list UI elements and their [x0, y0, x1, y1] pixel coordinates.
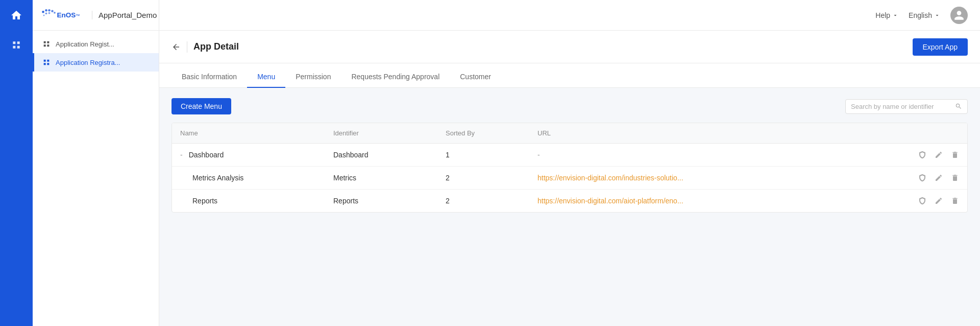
- col-sorted-by: Sorted By: [446, 129, 537, 137]
- shield-icon-3[interactable]: [918, 197, 926, 205]
- cell-name-2: Metrics Analysis: [180, 174, 333, 182]
- cell-sorted-by-1: 1: [446, 151, 537, 159]
- edit-icon-1[interactable]: [935, 151, 943, 159]
- table-header: Name Identifier Sorted By URL: [172, 123, 967, 144]
- cell-name-3: Reports: [180, 197, 333, 205]
- svg-point-4: [54, 11, 56, 13]
- action-buttons-1: [898, 151, 959, 159]
- row-prefix-1: -: [180, 151, 183, 159]
- action-buttons-3: [898, 197, 959, 205]
- help-menu[interactable]: Help: [875, 11, 898, 19]
- back-arrow-icon: [172, 42, 181, 52]
- delete-icon-3[interactable]: [951, 197, 959, 205]
- shield-icon-2[interactable]: [918, 174, 926, 182]
- apps-icon-2: [42, 58, 51, 66]
- search-input[interactable]: [851, 103, 952, 110]
- left-sidebar: EnOS ™ AppPortal_Demo Application Regist…: [33, 0, 159, 326]
- svg-point-6: [48, 12, 51, 14]
- search-box[interactable]: [845, 99, 968, 114]
- cell-identifier-2: Metrics: [333, 174, 446, 182]
- top-bar: Help English: [159, 0, 980, 31]
- cell-actions-1: [898, 151, 959, 159]
- help-chevron-icon: [892, 12, 898, 18]
- svg-point-0: [42, 11, 44, 13]
- avatar[interactable]: [950, 7, 968, 24]
- svg-point-5: [45, 12, 47, 14]
- tab-permission[interactable]: Permission: [285, 66, 341, 88]
- cell-url-1: -: [537, 151, 898, 159]
- cell-url-2: https://envision-digital.com/industries-…: [537, 174, 898, 182]
- cell-identifier-1: Dashboard: [333, 151, 446, 159]
- tab-menu[interactable]: Menu: [247, 66, 285, 88]
- cell-sorted-by-3: 2: [446, 197, 537, 205]
- tab-basic-information[interactable]: Basic Information: [172, 66, 247, 88]
- table-row: - Dashboard Dashboard 1 -: [172, 144, 967, 167]
- home-icon[interactable]: [0, 0, 33, 31]
- sidebar-item-app-registry-1[interactable]: Application Regist...: [33, 35, 159, 53]
- tab-customer[interactable]: Customer: [450, 66, 501, 88]
- sidebar-header: EnOS ™ AppPortal_Demo: [33, 0, 159, 31]
- col-actions: [898, 129, 959, 137]
- toolbar-row: Create Menu: [172, 98, 968, 114]
- svg-point-2: [48, 9, 51, 12]
- icon-sidebar: [0, 0, 33, 326]
- svg-point-1: [45, 9, 47, 12]
- col-name: Name: [180, 129, 333, 137]
- edit-icon-3[interactable]: [935, 197, 943, 205]
- language-menu[interactable]: English: [909, 11, 940, 19]
- cell-name-1: - Dashboard: [180, 151, 333, 159]
- tab-requests-pending-approval[interactable]: Requests Pending Approval: [341, 66, 450, 88]
- nav-icon-apps[interactable]: [0, 31, 33, 59]
- edit-icon-2[interactable]: [935, 174, 943, 182]
- svg-point-3: [51, 10, 54, 12]
- export-app-button[interactable]: Export App: [913, 38, 968, 56]
- back-button[interactable]: [172, 42, 181, 52]
- main-area: Help English App Detail: [159, 0, 980, 326]
- avatar-icon: [953, 10, 965, 21]
- enos-logo-img: EnOS ™: [41, 8, 87, 22]
- sidebar-label-2: Application Registra...: [56, 59, 120, 66]
- svg-text:EnOS: EnOS: [57, 11, 76, 18]
- search-icon: [955, 103, 962, 110]
- page-title: App Detail: [193, 41, 239, 52]
- cell-actions-2: [898, 174, 959, 182]
- svg-text:™: ™: [76, 13, 80, 18]
- cell-actions-3: [898, 197, 959, 205]
- help-label: Help: [875, 11, 890, 19]
- sidebar-nav: Application Regist... Application Regist…: [33, 31, 159, 76]
- col-url: URL: [537, 129, 898, 137]
- sidebar-item-app-registry-2[interactable]: Application Registra...: [33, 53, 159, 72]
- tabs-bar: Basic Information Menu Permission Reques…: [159, 63, 980, 88]
- lang-label: English: [909, 11, 932, 19]
- action-buttons-2: [898, 174, 959, 182]
- lang-chevron-icon: [934, 12, 940, 18]
- portal-name: AppPortal_Demo: [92, 11, 157, 19]
- svg-point-7: [43, 14, 45, 16]
- inner-content: Create Menu Name Identifier Sorted By UR…: [159, 88, 980, 326]
- enos-logo: EnOS ™: [41, 8, 87, 22]
- cell-url-3: https://envision-digital.com/aiot-platfo…: [537, 197, 898, 205]
- shield-icon-1[interactable]: [918, 151, 926, 159]
- header-left: App Detail: [172, 41, 239, 53]
- delete-icon-1[interactable]: [951, 151, 959, 159]
- sidebar-label-1: Application Regist...: [56, 40, 114, 48]
- apps-icon-1: [42, 40, 51, 48]
- content-area: App Detail Export App Basic Information …: [159, 31, 980, 326]
- table-row: Metrics Analysis Metrics 2 https://envis…: [172, 167, 967, 190]
- data-table: Name Identifier Sorted By URL - Dashboar…: [172, 123, 968, 213]
- cell-sorted-by-2: 2: [446, 174, 537, 182]
- table-row: Reports Reports 2 https://envision-digit…: [172, 190, 967, 212]
- col-identifier: Identifier: [333, 129, 446, 137]
- cell-identifier-3: Reports: [333, 197, 446, 205]
- content-header: App Detail Export App: [159, 31, 980, 63]
- header-divider: [187, 41, 187, 53]
- create-menu-button[interactable]: Create Menu: [172, 98, 231, 114]
- delete-icon-2[interactable]: [951, 174, 959, 182]
- row-name-1: Dashboard: [189, 151, 224, 159]
